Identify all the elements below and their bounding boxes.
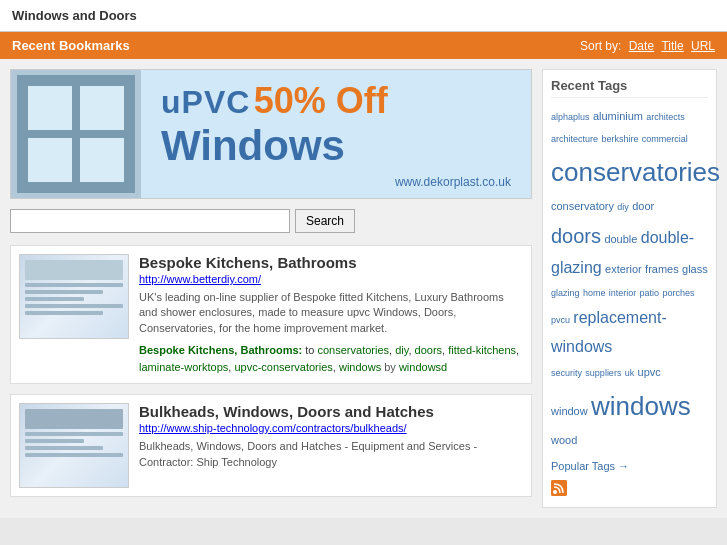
bookmark-tags: Bespoke Kitchens, Bathrooms: to conserva…	[139, 342, 523, 375]
bookmark-url-link[interactable]: http://www.betterdiy.com/	[139, 273, 261, 285]
tag-wood[interactable]: wood	[551, 434, 577, 446]
tag-double[interactable]: double	[604, 233, 637, 245]
recent-tags-title: Recent Tags	[551, 78, 708, 98]
svg-rect-4	[78, 136, 126, 184]
bookmark-item: Bespoke Kitchens, Bathrooms http://www.b…	[10, 245, 532, 384]
bookmark-info: Bulkheads, Windows, Doors and Hatches ht…	[139, 403, 523, 488]
bookmark-description: Bulkheads, Windows, Doors and Hatches - …	[139, 439, 523, 470]
tag-fitted-kitchens[interactable]: fitted-kitchens	[448, 344, 516, 356]
thumb-line	[25, 453, 123, 457]
sort-url-link[interactable]: URL	[691, 39, 715, 53]
sort-date-link[interactable]: Date	[629, 39, 654, 53]
tag-laminate-worktops[interactable]: laminate-worktops	[139, 361, 228, 373]
tag-patio[interactable]: patio	[640, 288, 660, 298]
svg-rect-2	[78, 84, 126, 132]
tag-home[interactable]: home	[583, 288, 606, 298]
recent-bookmarks-label: Recent Bookmarks	[12, 38, 130, 53]
tag-alphaplus[interactable]: alphaplus	[551, 112, 590, 122]
content-area: uPVC 50% Off Windows www.dekorplast.co.u…	[10, 69, 532, 508]
svg-point-8	[553, 490, 557, 494]
thumb-line	[25, 439, 84, 443]
bookmark-url[interactable]: http://www.ship-technology.com/contracto…	[139, 422, 523, 434]
site-header: Windows and Doors	[0, 0, 727, 32]
banner-text: uPVC 50% Off Windows www.dekorplast.co.u…	[141, 70, 531, 199]
thumb-line	[25, 311, 103, 315]
by-label: by	[384, 361, 399, 373]
bookmark-url[interactable]: http://www.betterdiy.com/	[139, 273, 523, 285]
tags-cloud: alphaplus aluminium architects architect…	[551, 106, 708, 452]
search-input[interactable]	[10, 209, 290, 233]
banner-url: www.dekorplast.co.uk	[161, 175, 511, 189]
thumb-line	[25, 283, 123, 287]
thumb-img	[25, 409, 123, 429]
tag-glazing[interactable]: glazing	[551, 288, 580, 298]
tag-doors[interactable]: doors	[551, 225, 601, 247]
bookmark-thumbnail	[19, 403, 129, 488]
banner-line2: Windows	[161, 122, 511, 170]
thumb-placeholder	[20, 404, 128, 487]
tag-interior[interactable]: interior	[609, 288, 637, 298]
svg-rect-1	[26, 84, 74, 132]
tag-pvcu[interactable]: pvcu	[551, 315, 570, 325]
bold-tags: Bespoke Kitchens, Bathrooms:	[139, 344, 302, 356]
tag-security[interactable]: security	[551, 368, 582, 378]
tag-upvc[interactable]: upvc	[638, 366, 661, 378]
bookmark-info: Bespoke Kitchens, Bathrooms http://www.b…	[139, 254, 523, 375]
tag-door[interactable]: door	[632, 200, 654, 212]
thumb-line	[25, 446, 103, 450]
tag-berkshire[interactable]: berkshire	[601, 134, 638, 144]
svg-rect-3	[26, 136, 74, 184]
search-button[interactable]: Search	[295, 209, 355, 233]
banner-ad[interactable]: uPVC 50% Off Windows www.dekorplast.co.u…	[10, 69, 532, 199]
thumb-img	[25, 260, 123, 280]
tag-upvc-conservatories[interactable]: upvc-conservatories	[234, 361, 332, 373]
bookmark-thumbnail	[19, 254, 129, 339]
main-layout: uPVC 50% Off Windows www.dekorplast.co.u…	[0, 59, 727, 518]
bookmark-url-link[interactable]: http://www.ship-technology.com/contracto…	[139, 422, 407, 434]
tag-windows[interactable]: windows	[339, 361, 381, 373]
tag-diy[interactable]: diy	[617, 202, 629, 212]
tag-double-glazing[interactable]: double-	[641, 229, 694, 246]
by-user[interactable]: windowsd	[399, 361, 447, 373]
rss-icon[interactable]	[551, 480, 567, 496]
bookmark-item: Bulkheads, Windows, Doors and Hatches ht…	[10, 394, 532, 497]
tag-window[interactable]: window	[551, 405, 588, 417]
thumb-placeholder	[20, 255, 128, 338]
recent-tags-panel: Recent Tags alphaplus aluminium architec…	[542, 69, 717, 508]
tag-conservatories[interactable]: conservatories	[551, 157, 720, 187]
sort-title-link[interactable]: Title	[661, 39, 683, 53]
bookmark-title: Bespoke Kitchens, Bathrooms	[139, 254, 523, 271]
banner-line1: uPVC 50% Off	[161, 80, 511, 122]
thumb-line	[25, 304, 123, 308]
thumb-line	[25, 297, 84, 301]
bookmark-title: Bulkheads, Windows, Doors and Hatches	[139, 403, 523, 420]
tag-porches[interactable]: porches	[662, 288, 694, 298]
sort-by-label: Sort by: Date Title URL	[580, 39, 715, 53]
tag-glass[interactable]: glass	[682, 263, 708, 275]
banner-image	[11, 69, 141, 199]
site-title-link[interactable]: Windows and Doors	[12, 8, 137, 23]
bookmark-description: UK's leading on-line supplier of Bespoke…	[139, 290, 523, 336]
tag-uk[interactable]: uk	[625, 368, 635, 378]
search-area: Search	[10, 209, 532, 233]
tag-conservatories[interactable]: conservatories	[318, 344, 390, 356]
tag-commercial[interactable]: commercial	[642, 134, 688, 144]
tag-doors[interactable]: doors	[415, 344, 443, 356]
popular-tags[interactable]: Popular Tags →	[551, 460, 708, 472]
thumb-line	[25, 432, 123, 436]
tag-glazing-cont[interactable]: glazing	[551, 259, 602, 276]
tag-windows[interactable]: windows	[591, 391, 691, 421]
tag-suppliers[interactable]: suppliers	[585, 368, 621, 378]
orange-bar: Recent Bookmarks Sort by: Date Title URL	[0, 32, 727, 59]
tag-conservatory[interactable]: conservatory	[551, 200, 614, 212]
site-title: Windows and Doors	[12, 8, 137, 23]
tag-architecture[interactable]: architecture	[551, 134, 598, 144]
thumb-line	[25, 290, 103, 294]
popular-tags-link[interactable]: Popular Tags →	[551, 460, 629, 472]
tag-exterior[interactable]: exterior	[605, 263, 642, 275]
tag-architects[interactable]: architects	[646, 112, 685, 122]
tag-diy[interactable]: diy	[395, 344, 408, 356]
tag-frames[interactable]: frames	[645, 263, 679, 275]
sidebar: Recent Tags alphaplus aluminium architec…	[542, 69, 717, 508]
tag-aluminium[interactable]: aluminium	[593, 110, 643, 122]
